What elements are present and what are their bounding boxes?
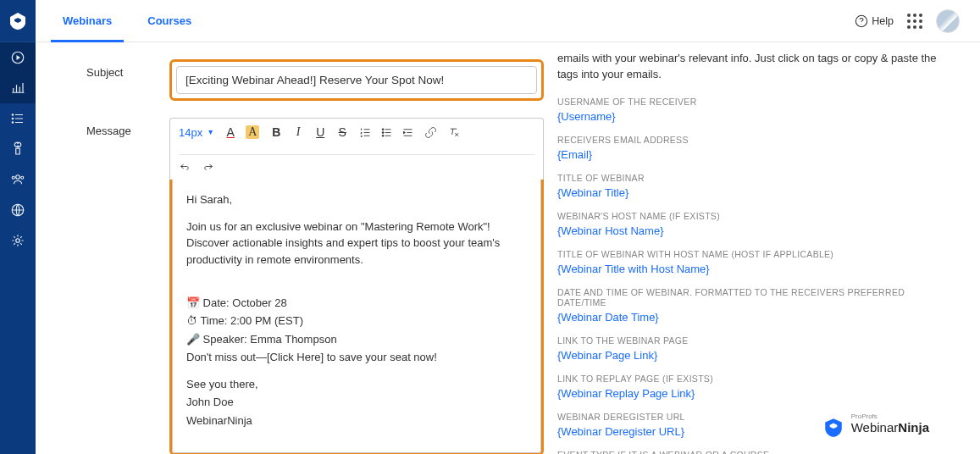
globe-icon[interactable] xyxy=(0,195,36,225)
main-content: Subject Message 14px A A B I xyxy=(36,42,980,454)
tag-link[interactable]: {Email} xyxy=(557,148,950,161)
help-link[interactable]: Help xyxy=(855,14,894,28)
tag-link[interactable]: {Webinar Replay Page Link} xyxy=(557,387,950,400)
tag-title: LINK TO THE WEBINAR PAGE xyxy=(557,335,950,346)
tag-link[interactable]: {Webinar Page Link} xyxy=(557,349,950,362)
tab-webinars[interactable]: Webinars xyxy=(59,0,115,42)
tag-title: RECEIVERS EMAIL ADDRESS xyxy=(557,135,950,145)
tag-block: USERNAME OF THE RECEIVER{Username} xyxy=(557,97,950,123)
editor-toolbar: 14px A A B I U S xyxy=(169,118,544,180)
tag-block: EVENT TYPE IF IT IS A WEBINAR OR A COURS… xyxy=(557,450,950,454)
body-speaker: 🎤 Speaker: Emma Thompson xyxy=(186,331,527,348)
tag-block: LINK TO REPLAY PAGE (IF EXISTS){Webinar … xyxy=(557,374,950,400)
tag-block: DATE AND TIME OF WEBINAR. FORMATTED TO T… xyxy=(557,287,950,324)
tag-link[interactable]: {Webinar Host Name} xyxy=(557,224,950,237)
left-sidebar xyxy=(0,0,36,454)
brand-name2: Ninja xyxy=(898,420,929,435)
svg-point-10 xyxy=(382,128,384,130)
tag-block: TITLE OF WEBINAR{Webinar Title} xyxy=(557,173,950,199)
body-time: ⏱ Time: 2:00 PM (EST) xyxy=(186,313,527,329)
play-icon[interactable] xyxy=(0,42,36,73)
chart-icon[interactable] xyxy=(0,73,36,103)
tag-link[interactable]: {Webinar Title} xyxy=(557,186,950,199)
brand-badge: ProProfs WebinarNinja xyxy=(822,417,929,439)
tags-panel: emails with your webinar's relevant info… xyxy=(544,42,980,454)
message-label: Message xyxy=(86,118,169,137)
tag-link[interactable]: {Webinar Date Time} xyxy=(557,311,950,324)
svg-point-8 xyxy=(16,239,20,243)
help-text: Help xyxy=(872,15,894,27)
tag-title: LINK TO REPLAY PAGE (IF EXISTS) xyxy=(557,374,950,384)
top-tabs: Webinars Courses xyxy=(59,0,224,42)
clear-format-icon[interactable] xyxy=(447,126,460,139)
gear-icon[interactable] xyxy=(0,225,36,256)
brand-name1: Webinar xyxy=(851,420,899,435)
italic-icon[interactable]: I xyxy=(291,125,305,139)
tag-block: TITLE OF WEBINAR WITH HOST NAME (HOST IF… xyxy=(557,249,950,275)
tags-intro: emails with your webinar's relevant info… xyxy=(557,51,950,83)
svg-point-12 xyxy=(382,135,384,136)
subject-label: Subject xyxy=(86,59,169,79)
svg-point-6 xyxy=(21,176,24,179)
tag-title: WEBINAR'S HOST NAME (IF EXISTS) xyxy=(557,211,950,221)
tab-courses[interactable]: Courses xyxy=(144,0,195,42)
bold-icon[interactable]: B xyxy=(269,125,283,139)
body-signoff3: WebinarNinja xyxy=(186,412,527,429)
svg-point-3 xyxy=(12,122,14,124)
apps-icon[interactable] xyxy=(907,14,922,29)
font-size-select[interactable]: 14px xyxy=(179,126,213,139)
subject-input[interactable] xyxy=(176,66,537,94)
message-body-editor[interactable]: Hi Sarah, Join us for an exclusive webin… xyxy=(172,180,541,453)
ordered-list-icon[interactable] xyxy=(359,126,372,139)
body-signoff1: See you there, xyxy=(186,376,527,393)
svg-point-5 xyxy=(12,176,14,179)
unordered-list-icon[interactable] xyxy=(380,126,393,139)
tag-block: LINK TO THE WEBINAR PAGE{Webinar Page Li… xyxy=(557,335,950,362)
tag-title: TITLE OF WEBINAR WITH HOST NAME (HOST IF… xyxy=(557,249,950,259)
redo-icon[interactable] xyxy=(202,160,214,173)
tag-link[interactable]: {Webinar Title with Host Name} xyxy=(557,263,950,275)
tag-title: EVENT TYPE IF IT IS A WEBINAR OR A COURS… xyxy=(557,450,950,454)
brand-shield-icon xyxy=(822,417,844,439)
tag-link[interactable]: {Username} xyxy=(557,110,950,123)
tag-title: USERNAME OF THE RECEIVER xyxy=(557,97,950,107)
tag-title: DATE AND TIME OF WEBINAR. FORMATTED TO T… xyxy=(557,287,950,307)
svg-point-2 xyxy=(12,118,14,119)
undo-icon[interactable] xyxy=(179,160,191,173)
brand-logo-icon[interactable] xyxy=(0,0,36,42)
email-form: Subject Message 14px A A B I xyxy=(36,42,544,454)
tag-icon[interactable] xyxy=(0,134,36,164)
underline-icon[interactable]: U xyxy=(313,125,327,139)
top-header: Webinars Courses Help xyxy=(36,0,980,42)
highlight-icon[interactable]: A xyxy=(246,125,259,139)
body-greeting: Hi Sarah, xyxy=(186,191,527,208)
strike-icon[interactable]: S xyxy=(335,125,349,139)
indent-icon[interactable] xyxy=(401,126,414,139)
body-intro: Join us for an exclusive webinar on "Mas… xyxy=(186,219,527,269)
tag-block: RECEIVERS EMAIL ADDRESS{Email} xyxy=(557,135,950,161)
svg-point-11 xyxy=(382,131,384,133)
svg-point-4 xyxy=(16,175,20,180)
list-icon[interactable] xyxy=(0,103,36,134)
brand-sub: ProProfs xyxy=(851,412,878,420)
svg-point-1 xyxy=(12,114,14,116)
body-date: 📅 Date: October 28 xyxy=(186,295,527,312)
tag-title: TITLE OF WEBINAR xyxy=(557,173,950,183)
text-color-icon[interactable]: A xyxy=(224,125,237,139)
body-signoff2: John Doe xyxy=(186,394,527,411)
tag-block: WEBINAR'S HOST NAME (IF EXISTS){Webinar … xyxy=(557,211,950,237)
avatar[interactable] xyxy=(936,9,960,33)
users-icon[interactable] xyxy=(0,164,36,195)
link-icon[interactable] xyxy=(424,126,437,139)
body-cta: Don't miss out—[Click Here] to save your… xyxy=(186,349,527,366)
